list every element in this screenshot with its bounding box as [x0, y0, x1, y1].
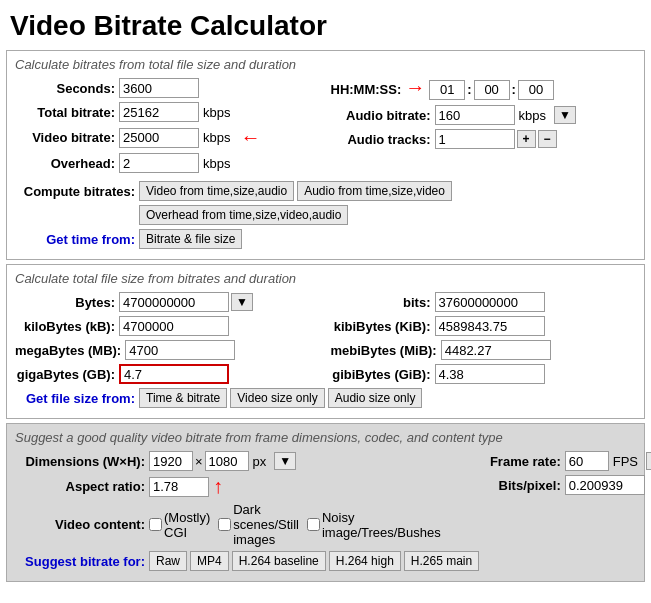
audio-tracks-row: Audio tracks: + −: [331, 129, 637, 149]
framerate-input[interactable]: [565, 451, 609, 471]
cb-dark-label: Dark scenes/Still images: [233, 502, 299, 547]
cb-noisy[interactable]: [307, 518, 320, 531]
hms-minutes-input[interactable]: [474, 80, 510, 100]
mb-label: megaBytes (MB):: [15, 343, 121, 358]
cb-cgi-label: (Mostly) CGI: [164, 510, 210, 540]
video-bitrate-label: Video bitrate:: [15, 130, 115, 145]
height-input[interactable]: [205, 451, 249, 471]
section2-title: Calculate total file size from bitrates …: [15, 271, 636, 286]
dimensions-row: Dimensions (W×H): × px ▼: [15, 451, 441, 471]
gib-label: gibiBytes (GiB):: [331, 367, 431, 382]
dimensions-label: Dimensions (W×H):: [15, 454, 145, 469]
mib-label: mebiBytes (MiB):: [331, 343, 437, 358]
audio-bitrate-input[interactable]: [435, 105, 515, 125]
overhead-btn-row: Overhead from time,size,video,audio: [139, 205, 636, 225]
page-title: Video Bitrate Calculator: [0, 0, 651, 46]
kib-label: kibiBytes (KiB):: [331, 319, 431, 334]
audio-bitrate-dropdown[interactable]: ▼: [554, 106, 576, 124]
aspect-label: Aspect ratio:: [15, 479, 145, 494]
mb-input[interactable]: [125, 340, 235, 360]
btn-time-bitrate[interactable]: Time & bitrate: [139, 388, 227, 408]
compute-bitrates-row: Compute bitrates: Video from time,size,a…: [15, 181, 636, 201]
total-bitrate-input[interactable]: [119, 102, 199, 122]
mib-input[interactable]: [441, 340, 551, 360]
gb-input[interactable]: [119, 364, 229, 384]
video-content-row: Video content: (Mostly) CGI Dark scenes/…: [15, 502, 441, 547]
section-suggest: Suggest a good quality video bitrate fro…: [6, 423, 645, 582]
bits-label: bits:: [331, 295, 431, 310]
width-input[interactable]: [149, 451, 193, 471]
gib-row: gibiBytes (GiB):: [331, 364, 637, 384]
btn-h264-high[interactable]: H.264 high: [329, 551, 401, 571]
btn-video-from-time[interactable]: Video from time,size,audio: [139, 181, 294, 201]
btn-bitrate-filesize[interactable]: Bitrate & file size: [139, 229, 242, 249]
btn-mp4[interactable]: MP4: [190, 551, 229, 571]
cb-cgi[interactable]: [149, 518, 162, 531]
btn-video-only[interactable]: Video size only: [230, 388, 325, 408]
fps-dropdown[interactable]: ▼: [646, 452, 651, 470]
btn-h265-main[interactable]: H.265 main: [404, 551, 479, 571]
hms-hours-input[interactable]: [429, 80, 465, 100]
get-filesize-label: Get file size from:: [15, 391, 135, 406]
overhead-input[interactable]: [119, 153, 199, 173]
suggest-row: Suggest bitrate for: Raw MP4 H.264 basel…: [15, 551, 636, 571]
mib-row: mebiBytes (MiB):: [331, 340, 637, 360]
bits-pixel-input[interactable]: [565, 475, 645, 495]
arrow-hms: →: [405, 76, 425, 99]
hms-label: HH:MM:SS:: [331, 82, 402, 97]
px-dropdown[interactable]: ▼: [274, 452, 296, 470]
section3-title: Suggest a good quality video bitrate fro…: [15, 430, 636, 445]
get-filesize-row: Get file size from: Time & bitrate Video…: [15, 388, 636, 408]
times-symbol: ×: [195, 454, 203, 469]
mb-row: megaBytes (MB):: [15, 340, 321, 360]
hms-seconds-input[interactable]: [518, 80, 554, 100]
suggest-label: Suggest bitrate for:: [15, 554, 145, 569]
overhead-label: Overhead:: [15, 156, 115, 171]
bytes-input[interactable]: [119, 292, 229, 312]
framerate-label: Frame rate:: [461, 454, 561, 469]
video-bitrate-input[interactable]: [119, 128, 199, 148]
bytes-label: Bytes:: [15, 295, 115, 310]
audio-tracks-plus[interactable]: +: [517, 130, 536, 148]
bits-row: bits:: [331, 292, 637, 312]
btn-overhead-from-time[interactable]: Overhead from time,size,video,audio: [139, 205, 348, 225]
bytes-dropdown[interactable]: ▼: [231, 293, 253, 311]
audio-bitrate-unit: kbps: [519, 108, 546, 123]
arrow-video-bitrate: ←: [240, 126, 260, 149]
gib-input[interactable]: [435, 364, 545, 384]
aspect-row: Aspect ratio: ↑: [15, 475, 441, 498]
total-bitrate-label: Total bitrate:: [15, 105, 115, 120]
audio-bitrate-label: Audio bitrate:: [331, 108, 431, 123]
video-content-label: Video content:: [15, 517, 145, 532]
kb-input[interactable]: [119, 316, 229, 336]
kb-label: kiloBytes (kB):: [15, 319, 115, 334]
audio-bitrate-row: Audio bitrate: kbps ▼: [331, 105, 637, 125]
audio-tracks-minus[interactable]: −: [538, 130, 557, 148]
framerate-row: Frame rate: FPS ▼: [461, 451, 651, 471]
video-bitrate-unit: kbps: [203, 130, 230, 145]
aspect-input[interactable]: [149, 477, 209, 497]
bits-pixel-label: Bits/pixel:: [461, 478, 561, 493]
bits-input[interactable]: [435, 292, 545, 312]
kib-row: kibiBytes (KiB):: [331, 316, 637, 336]
audio-tracks-label: Audio tracks:: [331, 132, 431, 147]
px-unit: px: [253, 454, 267, 469]
fps-unit: FPS: [613, 454, 638, 469]
section1-title: Calculate bitrates from total file size …: [15, 57, 636, 72]
btn-h264-baseline[interactable]: H.264 baseline: [232, 551, 326, 571]
kb-row: kiloBytes (kB):: [15, 316, 321, 336]
hms-row: HH:MM:SS: → : :: [331, 78, 637, 101]
kib-input[interactable]: [435, 316, 545, 336]
section-filesize-calc: Calculate total file size from bitrates …: [6, 264, 645, 419]
gb-label: gigaBytes (GB):: [15, 367, 115, 382]
compute-label: Compute bitrates:: [15, 184, 135, 199]
bits-pixel-row: Bits/pixel:: [461, 475, 651, 495]
audio-tracks-input[interactable]: [435, 129, 515, 149]
btn-audio-only[interactable]: Audio size only: [328, 388, 423, 408]
section-bitrate-calc: Calculate bitrates from total file size …: [6, 50, 645, 260]
cb-dark[interactable]: [218, 518, 231, 531]
btn-audio-from-time[interactable]: Audio from time,size,video: [297, 181, 452, 201]
btn-raw[interactable]: Raw: [149, 551, 187, 571]
video-bitrate-row: Video bitrate: kbps ←: [15, 126, 321, 149]
seconds-input[interactable]: [119, 78, 199, 98]
